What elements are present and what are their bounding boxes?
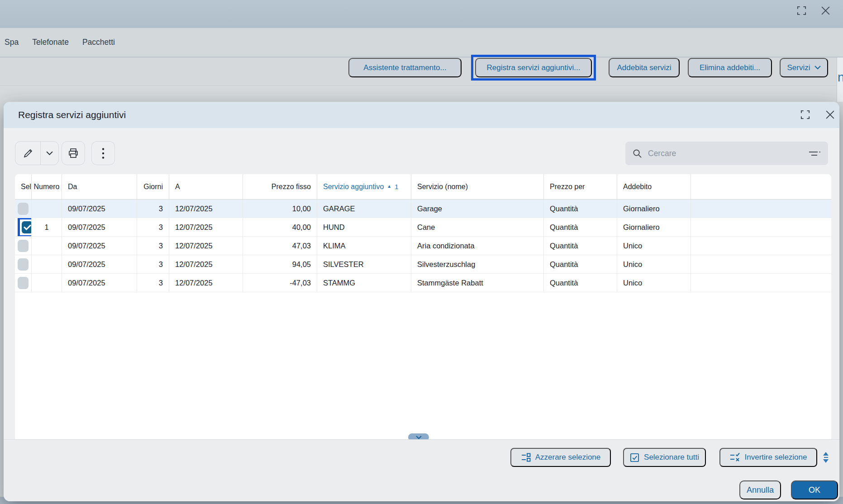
cell-numero xyxy=(32,255,62,273)
cell-addebito: Unico xyxy=(617,274,691,292)
column-header-addebito[interactable]: Addebito xyxy=(617,174,691,199)
cell-servizio_nome: Cane xyxy=(411,218,544,236)
cell-a: 12/07/2025 xyxy=(169,255,243,273)
search-icon xyxy=(633,149,642,158)
edit-split-button xyxy=(15,141,59,165)
table-row[interactable]: 09/07/2025312/07/202594,05SILVESTERSilve… xyxy=(15,255,831,274)
invert-selection-icon xyxy=(730,452,740,462)
row-checkbox[interactable] xyxy=(18,240,29,252)
clear-selection-button[interactable]: Azzerare selezione xyxy=(510,448,611,467)
cancel-button[interactable]: Annulla xyxy=(739,480,781,499)
content-divider xyxy=(0,85,843,86)
cell-servizio_aggiuntivo: SILVESTER xyxy=(317,255,411,273)
cell-sel xyxy=(15,274,32,292)
cell-a: 12/07/2025 xyxy=(169,274,243,292)
cell-servizio_aggiuntivo: STAMMG xyxy=(317,274,411,292)
cell-a: 12/07/2025 xyxy=(169,218,243,236)
cell-servizio_nome: Stammgäste Rabatt xyxy=(411,274,544,292)
row-checkbox[interactable] xyxy=(18,277,29,289)
spinner-down-icon[interactable] xyxy=(823,459,829,463)
selection-spinner[interactable] xyxy=(821,448,830,467)
column-header-prezzo_fisso[interactable]: Prezzo fisso xyxy=(243,174,317,199)
dialog-footer: Azzerare selezione Selezionare tutti Inv… xyxy=(4,439,839,501)
column-header-giorni[interactable]: Giorni xyxy=(137,174,169,199)
cell-giorni: 3 xyxy=(137,200,169,218)
elimina-addebiti-button[interactable]: Elimina addebiti... xyxy=(688,58,772,77)
cell-a: 12/07/2025 xyxy=(169,200,243,218)
select-all-button[interactable]: Selezionare tutti xyxy=(623,448,706,467)
select-all-icon xyxy=(630,453,639,462)
column-header-servizio_nome[interactable]: Servizio (nome) xyxy=(411,174,544,199)
search-box xyxy=(625,142,828,165)
table-row[interactable]: 109/07/2025312/07/202540,00HUNDCaneQuant… xyxy=(15,218,831,237)
cell-giorni: 3 xyxy=(137,237,169,255)
cell-da: 09/07/2025 xyxy=(62,218,137,236)
tab-spa[interactable]: Spa xyxy=(5,38,19,47)
dialog-title: Registra servizi aggiuntivi xyxy=(18,102,126,128)
column-header-a[interactable]: A xyxy=(169,174,243,199)
ok-button[interactable]: OK xyxy=(791,480,838,499)
cell-addebito: Giornaliero xyxy=(617,200,691,218)
column-header-prezzo_per[interactable]: Prezzo per xyxy=(544,174,617,199)
cell-prezzo_per: Quantità xyxy=(544,200,617,218)
invert-selection-button[interactable]: Invertire selezione xyxy=(719,448,817,467)
table-row[interactable]: 09/07/2025312/07/2025-47,03STAMMGStammgä… xyxy=(15,274,831,292)
tab-pacchetti[interactable]: Pacchetti xyxy=(82,38,115,47)
cell-da: 09/07/2025 xyxy=(62,237,137,255)
print-button[interactable] xyxy=(62,141,85,165)
sort-asc-icon: ▲ xyxy=(387,184,391,189)
cell-da: 09/07/2025 xyxy=(62,274,137,292)
addebita-servizi-button[interactable]: Addebita servizi xyxy=(609,58,680,77)
select-all-label: Selezionare tutti xyxy=(644,453,699,462)
window-titlebar xyxy=(0,0,843,28)
registra-servizi-aggiuntivi-button[interactable]: Registra servizi aggiuntivi... xyxy=(475,58,592,77)
cell-spacer xyxy=(691,274,831,292)
window-close-icon[interactable] xyxy=(820,5,831,16)
servizi-label: Servizi xyxy=(787,63,810,72)
clipped-content-fragment: n xyxy=(837,57,843,102)
cell-servizio_nome: Silvesterzuschlag xyxy=(411,255,544,273)
tab-telefonate[interactable]: Telefonate xyxy=(32,38,69,47)
cell-numero xyxy=(32,237,62,255)
dialog-close-icon[interactable] xyxy=(824,109,836,122)
window-fullscreen-icon[interactable] xyxy=(796,5,807,16)
more-options-button[interactable] xyxy=(91,141,115,165)
spinner-up-icon[interactable] xyxy=(823,452,829,456)
spinner-divider xyxy=(824,457,828,458)
assistente-trattamento-button[interactable]: Assistente trattamento... xyxy=(348,58,462,77)
row-checkbox-checked[interactable] xyxy=(22,221,32,233)
filter-icon[interactable] xyxy=(809,150,821,157)
cell-prezzo_fisso: 47,03 xyxy=(243,237,317,255)
cell-prezzo_per: Quantità xyxy=(544,255,617,273)
cell-giorni: 3 xyxy=(137,218,169,236)
table-row[interactable]: 09/07/2025312/07/202547,03KLIMAAria cond… xyxy=(15,237,831,255)
row-checkbox[interactable] xyxy=(18,203,29,215)
cell-da: 09/07/2025 xyxy=(62,255,137,273)
column-header-sel[interactable]: Sel xyxy=(15,174,32,199)
edit-button[interactable] xyxy=(15,142,41,165)
dialog-titlebar: Registra servizi aggiuntivi xyxy=(4,102,839,128)
column-header-da[interactable]: Da xyxy=(62,174,137,199)
search-input[interactable] xyxy=(648,149,809,158)
cell-spacer xyxy=(691,255,831,273)
printer-icon xyxy=(67,147,79,159)
column-header-numero[interactable]: Numero xyxy=(32,174,62,199)
column-header-servizio_aggiuntivo[interactable]: Servizio aggiuntivo▲1 xyxy=(317,174,411,199)
edit-dropdown-arrow[interactable] xyxy=(41,142,58,165)
dialog-fullscreen-icon[interactable] xyxy=(800,109,810,122)
row-checkbox[interactable] xyxy=(18,258,29,271)
table-row[interactable]: 09/07/2025312/07/202510,00GARAGEGarageQu… xyxy=(15,200,831,218)
cell-addebito: Giornaliero xyxy=(617,218,691,236)
cell-giorni: 3 xyxy=(137,274,169,292)
cell-sel xyxy=(15,200,32,218)
cell-a: 12/07/2025 xyxy=(169,237,243,255)
registra-servizi-dialog: Registra servizi aggiuntivi xyxy=(4,102,839,501)
cell-numero: 1 xyxy=(32,218,62,236)
cell-numero xyxy=(32,274,62,292)
click-annotation-box: Registra servizi aggiuntivi... xyxy=(471,55,596,81)
servizi-dropdown-button[interactable]: Servizi xyxy=(780,58,828,77)
tab-strip: Spa Telefonate Pacchetti xyxy=(0,28,843,57)
invert-selection-label: Invertire selezione xyxy=(745,453,807,462)
cell-spacer xyxy=(691,200,831,218)
cell-servizio_aggiuntivo: KLIMA xyxy=(317,237,411,255)
